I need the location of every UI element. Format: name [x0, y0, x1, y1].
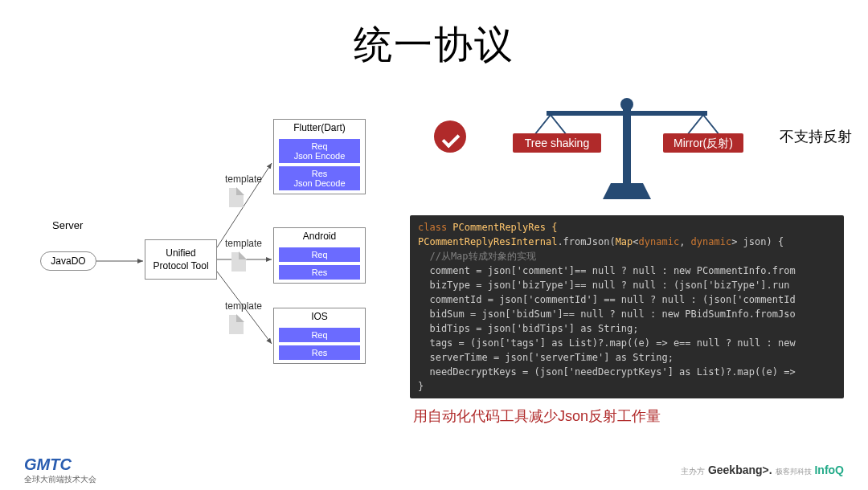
balance-scale: Tree shaking Mirror(反射) 不支持反射	[410, 95, 844, 215]
flutter-title: Flutter(Dart)	[274, 120, 365, 136]
flutter-res: ResJson Decode	[279, 166, 360, 190]
template-label-1: template	[225, 174, 262, 185]
tool-line2: Protocol Tool	[145, 259, 216, 272]
gmtc-logo: GMTC 全球大前端技术大会	[24, 455, 96, 485]
scale-right-label: Mirror(反射)	[674, 137, 733, 149]
slide-title: 统一协议	[0, 19, 868, 71]
protocol-tool-box: Unified Protocol Tool	[145, 239, 217, 280]
code-block: class PCommentReplyRes { PCommentReplyRe…	[410, 215, 844, 398]
svg-point-7	[620, 98, 633, 111]
android-req: Req	[279, 247, 360, 262]
android-res: Res	[279, 265, 360, 280]
document-icon	[231, 252, 246, 272]
ios-title: IOS	[274, 308, 365, 325]
no-reflection-note: 不支持反射	[780, 127, 852, 146]
svg-line-8	[534, 115, 551, 135]
flutter-box: Flutter(Dart) ReqJson Encode ResJson Dec…	[273, 119, 366, 194]
architecture-diagram: Server JavaDO Unified Protocol Tool temp…	[24, 87, 378, 408]
document-icon	[229, 315, 244, 334]
android-box: Android Req Res	[273, 227, 366, 284]
svg-rect-5	[547, 111, 707, 116]
svg-line-11	[687, 115, 703, 135]
sponsors: 主办方 Geekbang>. 极客邦科技 InfoQ	[681, 463, 844, 477]
ios-res: Res	[279, 345, 360, 360]
svg-marker-6	[603, 183, 651, 199]
template-label-3: template	[225, 300, 262, 312]
footer: GMTC 全球大前端技术大会 主办方 Geekbang>. 极客邦科技 Info…	[0, 455, 868, 485]
ios-req: Req	[279, 328, 360, 342]
caption: 用自动化代码工具减少Json反射工作量	[413, 406, 844, 426]
server-label: Server	[52, 219, 83, 231]
scale-left-label: Tree shaking	[525, 137, 589, 149]
template-label-2: template	[225, 238, 262, 249]
flutter-req: ReqJson Encode	[279, 139, 360, 163]
tool-line1: Unified	[145, 247, 216, 259]
android-title: Android	[274, 228, 365, 244]
ios-box: IOS Req Res	[273, 308, 366, 364]
svg-line-9	[551, 115, 567, 135]
check-icon	[434, 120, 466, 153]
svg-line-12	[703, 115, 719, 135]
document-icon	[229, 188, 244, 207]
javado-box: JavaDO	[40, 251, 96, 271]
